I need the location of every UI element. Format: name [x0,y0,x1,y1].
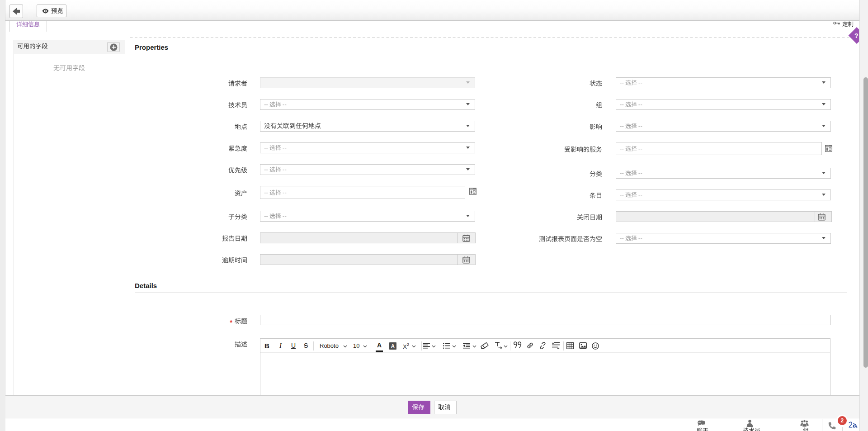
svg-text:?: ? [854,32,859,39]
